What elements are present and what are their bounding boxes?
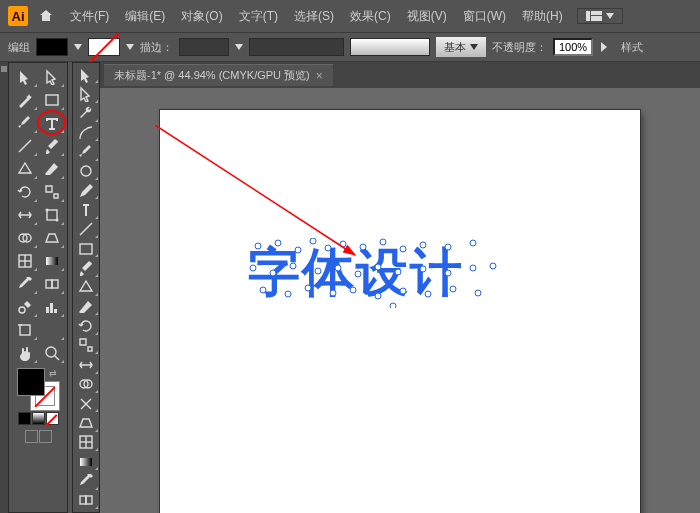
opacity-input[interactable] bbox=[553, 38, 593, 56]
mesh-icon[interactable] bbox=[11, 249, 38, 272]
color-mode-swatch[interactable] bbox=[18, 412, 31, 425]
perspective-icon[interactable] bbox=[73, 413, 99, 432]
workspace: ⇄ 未标题-1* @ 44.94% (CMYK/GPU 预览) × bbox=[0, 62, 700, 513]
document-tab[interactable]: 未标题-1* @ 44.94% (CMYK/GPU 预览) × bbox=[104, 64, 333, 86]
eraser-icon[interactable] bbox=[38, 157, 65, 180]
fill-color[interactable] bbox=[17, 368, 45, 396]
style-label[interactable]: 样式 bbox=[621, 40, 643, 55]
hand-icon[interactable] bbox=[11, 341, 38, 364]
svg-rect-3 bbox=[46, 95, 58, 105]
width-icon[interactable] bbox=[73, 355, 99, 374]
direct-selection-icon[interactable] bbox=[73, 84, 99, 103]
menu-effect[interactable]: 效果(C) bbox=[342, 4, 399, 29]
magic-wand-icon[interactable] bbox=[11, 88, 38, 111]
graphic-style-basic[interactable]: 基本 bbox=[436, 37, 486, 57]
stroke-swatch[interactable] bbox=[88, 38, 120, 56]
graph-icon[interactable] bbox=[38, 295, 65, 318]
menu-select[interactable]: 选择(S) bbox=[286, 4, 342, 29]
stroke-width-input[interactable] bbox=[179, 38, 229, 56]
curvature-icon[interactable] bbox=[73, 123, 99, 142]
line-icon[interactable] bbox=[73, 220, 99, 239]
shaper-icon[interactable] bbox=[11, 157, 38, 180]
swap-fill-stroke-icon[interactable]: ⇄ bbox=[49, 368, 57, 378]
artboard[interactable]: 字体设计 bbox=[160, 110, 640, 513]
brush-definition[interactable] bbox=[249, 38, 344, 56]
pen-icon[interactable] bbox=[11, 111, 38, 134]
canvas-text-object[interactable]: 字体设计 bbox=[248, 238, 464, 308]
menu-file[interactable]: 文件(F) bbox=[62, 4, 117, 29]
chevron-right-icon[interactable] bbox=[599, 42, 609, 52]
pen-icon[interactable] bbox=[73, 142, 99, 161]
svg-rect-34 bbox=[86, 496, 92, 504]
gradient-icon[interactable] bbox=[38, 249, 65, 272]
selection-tool-icon[interactable] bbox=[73, 65, 99, 84]
free-icon[interactable] bbox=[73, 394, 99, 413]
rect-icon[interactable] bbox=[73, 239, 99, 258]
type-vertical-icon[interactable] bbox=[73, 200, 99, 219]
eyedropper-icon[interactable] bbox=[73, 471, 99, 490]
blend-icon[interactable] bbox=[73, 491, 99, 510]
menu-window[interactable]: 窗口(W) bbox=[455, 4, 514, 29]
titlebar: Ai 文件(F) 编辑(E) 对象(O) 文字(T) 选择(S) 效果(C) 视… bbox=[0, 0, 700, 32]
eraser-icon[interactable] bbox=[73, 297, 99, 316]
shape-builder-icon[interactable] bbox=[11, 226, 38, 249]
svg-rect-5 bbox=[47, 210, 57, 220]
gradient-mode-swatch[interactable] bbox=[32, 412, 45, 425]
pencil-icon[interactable] bbox=[73, 181, 99, 200]
brush-icon[interactable] bbox=[73, 258, 99, 277]
menu-object[interactable]: 对象(O) bbox=[173, 4, 230, 29]
selection-tool-icon[interactable] bbox=[11, 65, 38, 88]
zoom-icon[interactable] bbox=[38, 341, 65, 364]
svg-rect-0 bbox=[586, 11, 590, 21]
screen-mode-full[interactable] bbox=[39, 430, 52, 443]
brush-icon[interactable] bbox=[38, 134, 65, 157]
scale-icon[interactable] bbox=[38, 180, 65, 203]
fill-swatch[interactable] bbox=[36, 38, 68, 56]
width-icon[interactable] bbox=[11, 203, 38, 226]
menu-help[interactable]: 帮助(H) bbox=[514, 4, 571, 29]
svg-point-24 bbox=[81, 166, 91, 176]
gradient-icon[interactable] bbox=[73, 452, 99, 471]
document-area: 未标题-1* @ 44.94% (CMYK/GPU 预览) × 字体设计 bbox=[100, 62, 700, 513]
workspace-switcher[interactable] bbox=[577, 8, 623, 24]
rotate-icon[interactable] bbox=[11, 180, 38, 203]
close-icon[interactable]: × bbox=[316, 69, 323, 83]
shape-builder-icon[interactable] bbox=[73, 375, 99, 394]
fill-stroke-control[interactable]: ⇄ bbox=[17, 368, 59, 410]
perspective-icon[interactable] bbox=[38, 226, 65, 249]
spray-icon[interactable] bbox=[11, 295, 38, 318]
slice-icon[interactable] bbox=[38, 318, 65, 341]
home-icon[interactable] bbox=[38, 8, 62, 24]
chevron-down-icon[interactable] bbox=[126, 44, 134, 50]
line-icon[interactable] bbox=[11, 134, 38, 157]
none-mode-swatch[interactable] bbox=[46, 412, 59, 425]
mesh-icon[interactable] bbox=[73, 433, 99, 452]
rectangle-icon[interactable] bbox=[38, 88, 65, 111]
document-tab-title: 未标题-1* @ 44.94% (CMYK/GPU 预览) bbox=[114, 68, 310, 83]
screen-mode-normal[interactable] bbox=[25, 430, 38, 443]
free-transform-icon[interactable] bbox=[38, 203, 65, 226]
svg-point-22 bbox=[46, 347, 56, 357]
menu-edit[interactable]: 编辑(E) bbox=[117, 4, 173, 29]
wrench-icon[interactable] bbox=[73, 104, 99, 123]
eyedropper-icon[interactable] bbox=[11, 272, 38, 295]
scale-icon[interactable] bbox=[73, 336, 99, 355]
svg-point-7 bbox=[55, 218, 58, 221]
brush-icon[interactable] bbox=[73, 162, 99, 181]
rotate-icon[interactable] bbox=[73, 316, 99, 335]
type-icon[interactable] bbox=[38, 111, 65, 134]
control-bar: 编组 描边： 基本 不透明度： 样式 bbox=[0, 32, 700, 62]
menu-view[interactable]: 视图(V) bbox=[399, 4, 455, 29]
svg-point-68 bbox=[475, 290, 481, 296]
artboard-icon[interactable] bbox=[11, 318, 38, 341]
variable-width-profile[interactable] bbox=[350, 38, 430, 56]
svg-rect-13 bbox=[46, 257, 58, 265]
chevron-down-icon[interactable] bbox=[74, 44, 82, 50]
menu-type[interactable]: 文字(T) bbox=[231, 4, 286, 29]
blend-icon[interactable] bbox=[38, 272, 65, 295]
direct-selection-icon[interactable] bbox=[38, 65, 65, 88]
chevron-down-icon[interactable] bbox=[235, 44, 243, 50]
canvas-viewport[interactable]: 字体设计 bbox=[100, 88, 700, 513]
svg-rect-19 bbox=[54, 309, 57, 313]
shaper-icon[interactable] bbox=[73, 278, 99, 297]
